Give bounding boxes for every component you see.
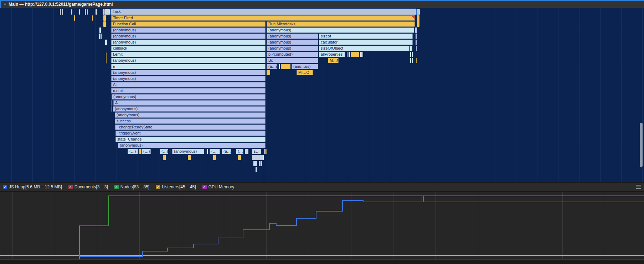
flame-bar[interactable]: callback: [111, 46, 266, 51]
flame-tick[interactable]: [238, 155, 241, 160]
flame-tick[interactable]: [410, 52, 411, 57]
flame-tick[interactable]: [245, 149, 248, 154]
flame-tick[interactable]: [112, 100, 112, 106]
counter-toggle[interactable]: ✓Nodes[83 – 85]: [114, 184, 149, 189]
flame-tick[interactable]: [106, 52, 107, 64]
flame-tick[interactable]: [261, 161, 262, 166]
flame-bar[interactable]: (…): [160, 149, 168, 154]
counter-toggle[interactable]: ✓GPU Memory: [202, 184, 235, 189]
flame-bar[interactable]: p.<computed>: [267, 52, 318, 57]
flame-tick[interactable]: [281, 64, 290, 69]
flame-bar[interactable]: (anonymous): [111, 34, 266, 39]
flame-tick[interactable]: [278, 64, 278, 69]
flame-tick[interactable]: [112, 106, 112, 112]
flame-bar[interactable]: s…: [252, 149, 261, 154]
flame-tick[interactable]: [99, 27, 101, 33]
flame-bar[interactable]: Task: [111, 9, 416, 15]
flame-tick[interactable]: [362, 52, 363, 57]
flame-bar[interactable]: success: [115, 118, 266, 124]
flame-tick[interactable]: [92, 15, 93, 21]
flame-tick[interactable]: [163, 155, 166, 160]
flame-bar[interactable]: Run Microtasks: [267, 21, 415, 27]
flame-tick[interactable]: [105, 40, 107, 45]
collapse-track-icon[interactable]: ▼: [4, 3, 6, 6]
counter-label[interactable]: GPU Memory: [208, 184, 235, 189]
flame-bar[interactable]: calculator: [319, 40, 413, 45]
flame-tick[interactable]: [207, 149, 208, 154]
flame-bar[interactable]: o.emit: [111, 88, 266, 93]
flame-tick[interactable]: [351, 52, 359, 57]
counter-checkbox[interactable]: ✓: [114, 185, 119, 189]
flame-bar[interactable]: (anonymous): [115, 112, 266, 118]
flame-tick[interactable]: [103, 9, 104, 15]
flame-tick[interactable]: [206, 149, 206, 154]
flame-tick[interactable]: [252, 155, 263, 160]
flame-tick[interactable]: [417, 9, 420, 15]
counter-checkbox[interactable]: ✓: [68, 185, 73, 189]
flame-tick[interactable]: [104, 9, 110, 15]
flame-bar[interactable]: (anonymous): [111, 76, 266, 81]
flame-bar[interactable]: allProperties: [319, 52, 345, 57]
flame-bar[interactable]: (a…s): [267, 64, 277, 69]
flame-bar[interactable]: sizeOfObject: [319, 46, 409, 51]
counter-checkbox[interactable]: ✓: [156, 185, 160, 189]
flame-tick[interactable]: [99, 34, 100, 39]
flame-tick[interactable]: [213, 155, 216, 160]
flame-bar[interactable]: (ano…us): [292, 64, 318, 69]
counter-checkbox[interactable]: ✓: [202, 185, 207, 189]
flame-tick[interactable]: [412, 52, 413, 57]
flame-tick[interactable]: [96, 9, 97, 15]
flame-bar[interactable]: (anonymous): [112, 94, 266, 100]
flame-tick[interactable]: [188, 155, 191, 160]
flame-tick[interactable]: [264, 149, 265, 154]
flame-tick[interactable]: [361, 52, 362, 57]
counter-label[interactable]: Nodes[83 – 85]: [120, 184, 149, 189]
flame-tick[interactable]: [412, 58, 413, 63]
flame-bar[interactable]: Bc: [267, 58, 318, 63]
flame-tick[interactable]: [103, 15, 106, 21]
flame-tick[interactable]: [416, 46, 417, 51]
flame-tick[interactable]: [416, 34, 417, 39]
flame-bar[interactable]: (anonymous): [267, 46, 318, 51]
flame-bar[interactable]: Function Call: [111, 21, 266, 27]
flame-chart-canvas[interactable]: TaskTimer FiredFunction CallRun Microtas…: [0, 8, 644, 182]
flame-tick[interactable]: [266, 149, 267, 154]
flame-tick[interactable]: [265, 149, 266, 154]
flame-bar[interactable]: A: [113, 100, 266, 106]
flame-bar[interactable]: _changeReadyState: [115, 125, 266, 130]
flame-tick[interactable]: [170, 149, 170, 154]
flame-bar[interactable]: At: [111, 82, 266, 87]
flame-bar[interactable]: (anonymous): [111, 70, 266, 75]
flame-bar[interactable]: _triggerEvent: [115, 131, 266, 136]
flame-bar[interactable]: (…): [141, 149, 151, 154]
flame-bar[interactable]: t.emit: [111, 52, 266, 57]
flame-tick[interactable]: [60, 9, 61, 15]
flame-tick[interactable]: [256, 167, 257, 172]
flame-tick[interactable]: [103, 21, 106, 27]
flame-tick[interactable]: [410, 58, 411, 63]
flame-tick[interactable]: [416, 40, 417, 45]
flame-bar[interactable]: (anonymous): [111, 40, 266, 45]
flame-bar[interactable]: (anonymous): [118, 143, 266, 148]
counter-toggle[interactable]: ✓JS Heap[6.6 MB – 12.5 MB]: [3, 184, 62, 189]
flame-tick[interactable]: [349, 52, 350, 57]
flame-bar[interactable]: (anonymous): [172, 149, 204, 154]
flame-tick[interactable]: [253, 161, 257, 166]
flame-tick[interactable]: [267, 70, 270, 75]
flame-tick[interactable]: [259, 161, 261, 166]
counter-toggle[interactable]: ✓Listeners[45 – 45]: [156, 184, 196, 189]
flame-bar[interactable]: (anonymous): [111, 58, 266, 63]
flame-bar[interactable]: (a…): [222, 149, 231, 154]
flame-tick[interactable]: [101, 34, 102, 39]
flame-bar[interactable]: Timer Fired: [111, 15, 415, 21]
flame-bar[interactable]: Mi…C: [297, 70, 313, 75]
flame-tick[interactable]: [139, 149, 141, 154]
flame-bar[interactable]: state_Change: [115, 137, 266, 142]
flame-bar[interactable]: (anonymous): [113, 106, 266, 112]
flame-bar[interactable]: sizeof: [319, 34, 413, 39]
counter-checkbox[interactable]: ✓: [3, 185, 7, 189]
flame-bar[interactable]: (anonymous): [267, 27, 414, 33]
flame-bar[interactable]: (…): [128, 149, 138, 154]
flame-tick[interactable]: [62, 9, 63, 15]
counter-label[interactable]: Listeners[45 – 45]: [162, 184, 196, 189]
